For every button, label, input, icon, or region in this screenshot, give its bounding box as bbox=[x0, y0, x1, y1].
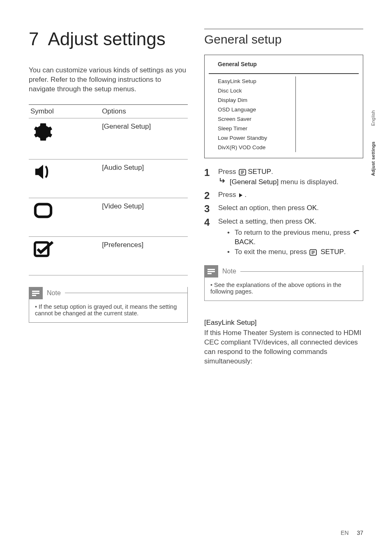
step-4-b2-setup: SETUP bbox=[321, 248, 344, 256]
right-column: General setup General Setup EasyLink Set… bbox=[204, 29, 363, 366]
step-1: 1 Press SETUP. [General Setup] menu is d… bbox=[204, 167, 363, 188]
menu-item: Display Dim bbox=[209, 95, 296, 105]
left-column: 7Adjust settings You can customize vario… bbox=[29, 29, 188, 366]
step-4-b2-a: To exit the menu, press bbox=[235, 248, 309, 256]
note-left-label: Note bbox=[47, 289, 61, 297]
step-3-ok: OK bbox=[307, 204, 317, 212]
svg-rect-13 bbox=[208, 269, 215, 270]
menu-item: Sleep Timer bbox=[209, 124, 296, 133]
table-header-symbol: Symbol bbox=[29, 104, 100, 118]
step-1-sub-b: menu is displayed. bbox=[279, 178, 339, 186]
page: 7Adjust settings You can customize vario… bbox=[0, 0, 392, 555]
menu-item: Disc Lock bbox=[209, 86, 296, 95]
steps-list: 1 Press SETUP. [General Setup] menu is d… bbox=[204, 167, 363, 258]
option-video-setup: [Video Setup] bbox=[100, 198, 188, 236]
table-row: [Audio Setup] bbox=[29, 159, 188, 198]
footer-page-number: 37 bbox=[357, 530, 363, 536]
result-arrow-icon bbox=[219, 178, 226, 187]
step-4-b1-a: To return to the previous menu, press bbox=[235, 229, 352, 236]
feature-easylink: [EasyLink Setup] If this Home Theater Sy… bbox=[204, 318, 363, 366]
table-header-options: Options bbox=[100, 104, 188, 118]
note-icon bbox=[204, 265, 218, 278]
setup-button-icon bbox=[239, 169, 246, 176]
svg-rect-2 bbox=[32, 291, 39, 292]
note-right-label: Note bbox=[222, 268, 236, 275]
section-rule bbox=[204, 29, 363, 29]
step-3: 3 Select an option, then press OK. bbox=[204, 204, 363, 214]
menu-item: DivX(R) VOD Code bbox=[209, 143, 296, 152]
table-row: [Preferences] bbox=[29, 236, 188, 275]
svg-rect-3 bbox=[32, 293, 39, 294]
table-header-row: Symbol Options bbox=[29, 104, 188, 118]
right-triangle-icon bbox=[238, 193, 243, 198]
step-4-ok: OK bbox=[304, 217, 315, 225]
option-audio-setup: [Audio Setup] bbox=[100, 159, 188, 198]
gear-icon bbox=[34, 123, 53, 141]
menu-item: Screen Saver bbox=[209, 114, 296, 124]
svg-rect-4 bbox=[32, 295, 36, 296]
step-2-text-a: Press bbox=[218, 191, 238, 199]
step-4-text-c: . bbox=[314, 217, 316, 225]
step-1-sub-a: [General Setup] bbox=[230, 178, 279, 186]
option-general-setup: [General Setup] bbox=[100, 118, 188, 159]
note-left: Note If the setup option is grayed out, … bbox=[29, 287, 188, 323]
step-4-bullet-2: To exit the menu, press SETUP. bbox=[218, 247, 363, 257]
page-footer: EN 37 bbox=[341, 530, 363, 536]
step-2: 2 Press . bbox=[204, 190, 363, 201]
side-tab-section: Adjust settings bbox=[369, 137, 377, 180]
step-3-text-c: . bbox=[317, 204, 319, 212]
option-preferences: [Preferences] bbox=[100, 236, 188, 275]
menu-item: Low Power Standby bbox=[209, 133, 296, 143]
menu-screenshot: General Setup EasyLink Setup Disc Lock D… bbox=[204, 55, 363, 158]
setup-button-icon bbox=[309, 249, 317, 256]
menu-items: EasyLink Setup Disc Lock Display Dim OSD… bbox=[205, 76, 363, 158]
screen-icon bbox=[34, 202, 53, 219]
step-4-b1-c: . bbox=[254, 238, 256, 246]
note-right: Note See the explanations of the above o… bbox=[204, 265, 363, 301]
table-row: [Video Setup] bbox=[29, 198, 188, 236]
step-2-text-c: . bbox=[244, 191, 247, 199]
step-1-setup: SETUP bbox=[248, 168, 271, 176]
back-arrow-icon bbox=[353, 230, 360, 236]
svg-rect-15 bbox=[208, 273, 212, 274]
two-column-layout: 7Adjust settings You can customize vario… bbox=[29, 29, 363, 366]
feature-title: [EasyLink Setup] bbox=[204, 318, 363, 328]
step-1-text-c: . bbox=[271, 168, 273, 176]
menu-header: General Setup bbox=[205, 55, 363, 73]
side-tab-english: English bbox=[369, 106, 377, 130]
step-4-b2-c: . bbox=[344, 248, 346, 256]
side-tabs: English Adjust settings bbox=[369, 106, 377, 180]
step-1-text-a: Press bbox=[218, 168, 238, 176]
section-title: General setup bbox=[204, 32, 363, 46]
note-icon bbox=[29, 287, 43, 299]
speaker-icon bbox=[34, 164, 53, 180]
chapter-heading: 7Adjust settings bbox=[29, 29, 188, 49]
checkmark-icon bbox=[34, 241, 54, 257]
note-left-text: If the setup option is grayed out, it me… bbox=[35, 303, 182, 317]
step-4-b1-back: BACK bbox=[235, 238, 254, 246]
svg-rect-0 bbox=[35, 204, 51, 217]
note-right-text: See the explanations of the above option… bbox=[210, 282, 357, 295]
chapter-number: 7 bbox=[29, 29, 39, 49]
menu-item: OSD Language bbox=[209, 105, 296, 114]
feature-body: If this Home Theater System is connected… bbox=[204, 328, 363, 366]
step-3-text-a: Select an option, then press bbox=[218, 204, 307, 212]
footer-lang: EN bbox=[341, 530, 348, 536]
table-row: [General Setup] bbox=[29, 118, 188, 159]
step-4-bullet-1: To return to the previous menu, press BA… bbox=[218, 228, 363, 247]
svg-rect-14 bbox=[208, 271, 215, 272]
step-4: 4 Select a setting, then press OK. To re… bbox=[204, 217, 363, 258]
intro-paragraph: You can customize various kinds of setti… bbox=[29, 66, 188, 94]
options-table: Symbol Options [General Setup] bbox=[29, 104, 188, 275]
step-4-text-a: Select a setting, then press bbox=[218, 217, 304, 225]
menu-item: EasyLink Setup bbox=[209, 76, 296, 86]
chapter-title-text: Adjust settings bbox=[48, 29, 165, 49]
